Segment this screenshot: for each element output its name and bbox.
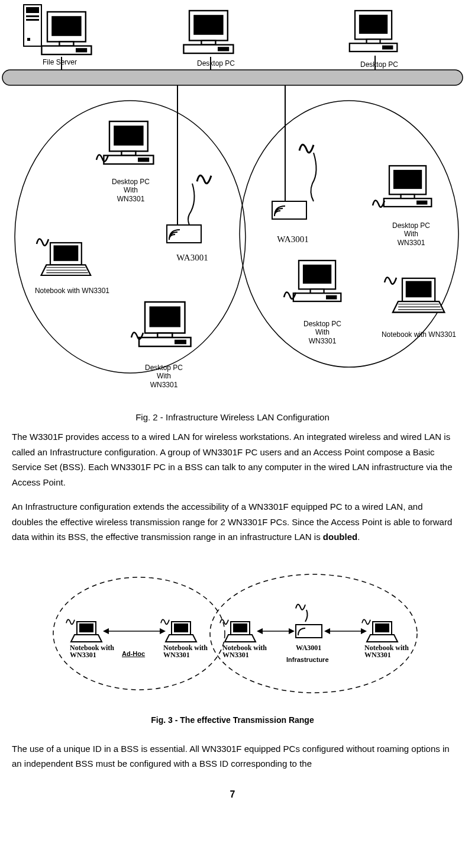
txt: WN3301: [398, 239, 425, 247]
dpc1-label: Desktop PC: [189, 59, 243, 67]
txt: An Infrastructure configuration extends …: [12, 501, 452, 542]
txt: With: [404, 230, 418, 238]
txt: With: [315, 328, 330, 336]
r-desk1-label: Desktop PC With WN3301: [385, 221, 438, 247]
para-1: The W3301F provides access to a wired LA…: [12, 429, 453, 490]
r-nb-label: Notebook with WN3301: [372, 330, 465, 339]
l-desk2-label: Desktop PC With WN3301: [137, 364, 190, 389]
svg-rect-14: [26, 15, 39, 17]
svg-rect-15: [26, 19, 39, 21]
txt: WN3301: [309, 337, 337, 345]
para-2: An Infrastructure configuration extends …: [12, 499, 453, 545]
doubled-bold: doubled: [323, 532, 357, 542]
l-nb-label: Notebook with WN3301: [25, 287, 120, 295]
f3-adhoc: Ad-Hoc: [122, 650, 145, 657]
f3-nb4: Notebook with WN3301: [364, 644, 409, 658]
l-ap-label: WA3001: [166, 252, 219, 263]
l-desk1-label: Desktop PC With WN3301: [104, 178, 157, 203]
para-3: The use of a unique ID in a BSS is essen…: [12, 741, 453, 771]
txt: .: [357, 532, 360, 542]
page-number: 7: [0, 789, 465, 800]
r-desk2-label: Desktop PC With WN3301: [296, 320, 349, 345]
f3-nb3: Notebook with WN3301: [222, 644, 267, 658]
txt: WN3301: [163, 651, 190, 659]
txt: With: [124, 186, 138, 194]
figure-3-caption: Fig. 3 - The effective Transmission Rang…: [0, 715, 465, 725]
txt: Desktop PC: [392, 221, 430, 230]
txt: Desktop PC: [145, 364, 183, 372]
f3-nb1: Notebook with WN3301: [70, 644, 114, 658]
fs-label: File Server: [33, 58, 86, 66]
figure-3: Notebook with WN3301 Ad-Hoc Notebook wit…: [0, 557, 465, 705]
txt: With: [157, 372, 171, 380]
r-ap-label: WA3001: [266, 234, 319, 245]
svg-rect-16: [27, 38, 30, 41]
txt: WN3301: [117, 195, 145, 203]
txt: WN3301: [70, 651, 96, 659]
f3-infra: Infrastructure: [286, 656, 329, 663]
f3-ap: WA3001: [296, 644, 321, 651]
txt: WN3301: [150, 381, 178, 389]
figure-2: File Server Desktop PC Desktop PC Deskto…: [0, 0, 465, 409]
dpc2-label: Desktop PC: [353, 60, 406, 69]
txt: WN3301: [364, 651, 391, 659]
txt: Desktop PC: [112, 178, 150, 186]
figure-2-caption: Fig. 2 - Infrastructure Wireless LAN Con…: [0, 412, 465, 422]
txt: WN3301: [222, 651, 249, 659]
figure-3-svg: [0, 557, 465, 705]
txt: Desktop PC: [303, 320, 341, 328]
f3-nb2: Notebook with WN3301: [163, 644, 208, 658]
svg-rect-17: [2, 70, 463, 85]
svg-rect-13: [26, 7, 39, 13]
